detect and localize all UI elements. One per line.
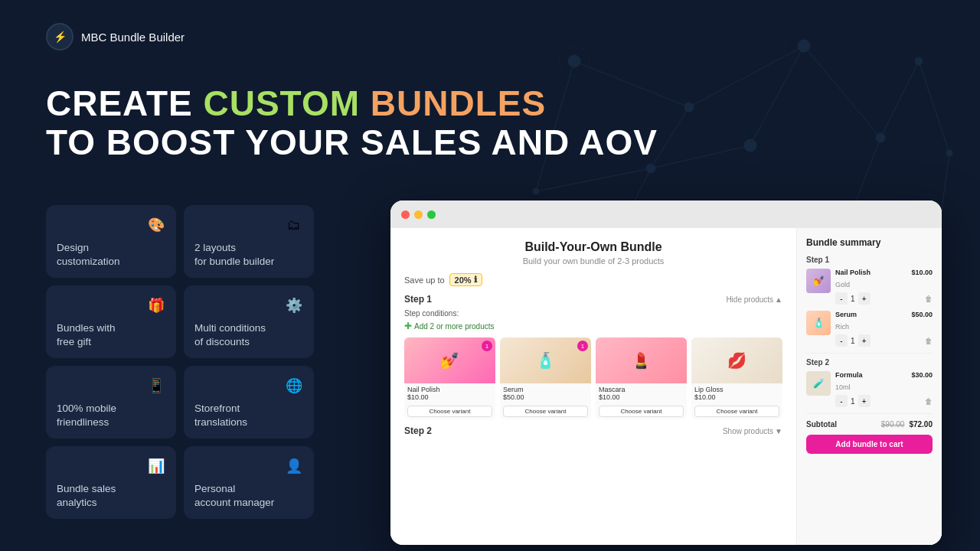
close-dot [401,210,410,219]
qty-value: 1 [851,295,855,303]
svg-line-20 [750,46,804,145]
hero-custom: CUSTOM [204,83,361,123]
save-badge-row: Save up to 20% ℹ [404,273,782,286]
hero-bundles: BUNDLES [371,83,546,123]
delete-item-button[interactable]: 🗑 [925,397,933,406]
product-name: Mascara [599,386,684,393]
qty-value: 1 [851,397,855,406]
show-products-link[interactable]: Show products ▼ [723,427,782,435]
delete-item-button[interactable]: 🗑 [925,337,933,345]
conditions-icon: ⚙️ [283,295,305,316]
item-thumbnail: 🧴 [806,311,831,335]
save-badge: 20% ℹ [449,273,482,286]
hero-create: CREATE [46,83,193,123]
qty-control: - 1 + 🗑 [835,292,933,305]
svg-point-31 [733,129,767,162]
browser-mockup: Build-Your-Own Bundle Build your own bun… [390,201,942,545]
item-price: $50.00 [911,311,933,318]
add-more-text: ✚ Add 2 or more products [404,321,782,331]
feature-label: 2 layoutsfor bundle builder [194,241,303,269]
subtotal-divider [806,413,933,414]
design-icon: 🎨 [145,214,167,236]
feature-label: Bundles withfree gift [57,321,165,349]
product-name: Nail Polish [407,386,492,393]
product-card-mascara: 💄 Mascara $10.00 Choose variant [596,337,687,419]
product-price: $10.00 [407,393,492,401]
product-grid: 💅 1 Nail Polish $10.00 Choose variant 🧴 … [404,337,782,419]
layouts-icon: 🗂 [283,214,305,236]
product-card-nail-polish: 💅 1 Nail Polish $10.00 Choose variant [404,337,495,419]
qty-decrease-button[interactable]: - [835,292,848,305]
svg-point-5 [946,150,952,156]
hero-line2: TO BOOST YOUR SALES AND AOV [46,123,658,162]
feature-label: 100% mobilefriendliness [57,402,165,429]
item-name: Serum [835,311,857,318]
product-name: Serum [503,386,588,393]
item-name: Formula [835,371,863,379]
qty-increase-button[interactable]: + [858,395,871,407]
choose-variant-button[interactable]: Choose variant [503,406,588,417]
hide-products-link[interactable]: Hide products ▲ [726,295,782,304]
step-conditions: Step conditions: [404,309,782,318]
feature-storefront-translations: 🌐 Storefronttranslations [184,366,314,439]
qty-value: 1 [851,337,855,345]
svg-point-29 [785,27,823,65]
minimize-dot [414,210,423,219]
svg-line-19 [651,145,750,168]
hero-section: CREATE CUSTOM BUNDLES TO BOOST YOUR SALE… [46,84,658,161]
feature-grid: 🎨 Designcustomization 🗂 2 layoutsfor bun… [46,205,314,519]
svg-point-4 [915,57,923,65]
svg-point-12 [533,188,539,194]
item-price: $30.00 [911,371,933,379]
summary-panel: Bundle summary Step 1 💅 Nail Polish $10.… [796,228,942,545]
product-info: Lip Gloss $10.00 [691,383,782,403]
item-info: Formula $30.00 10ml - 1 + 🗑 [835,371,933,407]
product-image: 💋 [691,337,782,383]
qty-decrease-button[interactable]: - [835,395,848,407]
step1-header: Step 1 Hide products ▲ [404,294,782,305]
product-badge: 1 [577,341,588,351]
feature-bundle-analytics: 📊 Bundle salesanalytics [46,446,176,519]
mobile-icon: 📱 [145,375,167,396]
choose-variant-button[interactable]: Choose variant [599,406,684,417]
globe-icon: 🌐 [283,375,305,396]
summary-item-nail-polish: 💅 Nail Polish $10.00 Gold - 1 + 🗑 [806,269,933,305]
feature-label: Personalaccount manager [194,482,303,510]
product-price: $50.00 [503,393,588,401]
delete-item-button[interactable]: 🗑 [925,295,933,303]
svg-point-6 [646,164,655,173]
svg-point-28 [559,46,590,77]
bundle-subtitle: Build your own bundle of 2-3 products [404,256,782,266]
feature-label: Bundle salesanalytics [57,482,165,510]
feature-multi-conditions: ⚙️ Multi conditionsof discounts [184,285,314,358]
item-thumbnail: 💅 [806,269,831,293]
qty-control: - 1 + 🗑 [835,334,933,347]
item-info: Serum $50.00 Rich - 1 + 🗑 [835,311,933,347]
svg-point-0 [568,55,580,67]
choose-variant-button[interactable]: Choose variant [694,406,779,417]
qty-increase-button[interactable]: + [858,334,871,347]
hero-line1: CREATE CUSTOM BUNDLES [46,84,658,123]
product-card-serum: 🧴 1 Serum $50.00 Choose variant [500,337,591,419]
add-bundle-to-cart-button[interactable]: Add bundle to cart [806,435,933,454]
choose-variant-button[interactable]: Choose variant [407,406,492,417]
feature-bundles-free-gift: 🎁 Bundles withfree gift [46,285,176,358]
summary-step1: Step 1 [806,256,933,264]
product-info: Mascara $10.00 [596,383,687,403]
svg-point-7 [744,139,756,152]
subtotal-discounted-price: $72.00 [909,420,933,429]
svg-line-16 [880,61,919,138]
step2-label: Step 2 [404,425,432,436]
bundle-title: Build-Your-Own Bundle [404,240,782,254]
logo-icon: ⚡ [46,23,74,51]
feature-two-layouts: 🗂 2 layoutsfor bundle builder [184,205,314,278]
svg-line-27 [536,168,651,191]
qty-decrease-button[interactable]: - [835,334,848,347]
feature-mobile-friendly: 📱 100% mobilefriendliness [46,366,176,439]
summary-title: Bundle summary [806,237,933,248]
svg-point-3 [876,133,885,142]
gift-icon: 🎁 [145,295,167,316]
qty-increase-button[interactable]: + [858,292,871,305]
chart-icon: 📊 [145,455,167,477]
product-badge: 1 [482,341,492,351]
